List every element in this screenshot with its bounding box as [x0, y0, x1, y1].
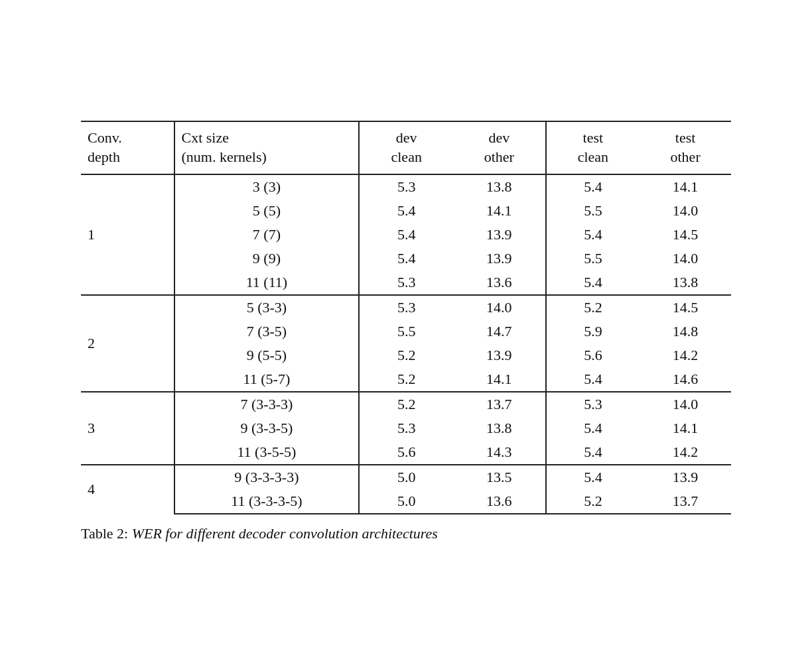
- cell-test-other: 14.8: [640, 320, 731, 343]
- cell-conv-depth: 1: [81, 174, 174, 295]
- cell-test-clean: 5.9: [546, 320, 640, 343]
- cell-dev-other: 13.6: [453, 489, 546, 514]
- cell-test-clean: 5.3: [546, 392, 640, 416]
- cell-cxt-size: 5 (3-3): [174, 295, 360, 320]
- cell-dev-clean: 5.2: [359, 367, 453, 392]
- cell-cxt-size: 9 (5-5): [174, 343, 360, 367]
- cell-test-clean: 5.4: [546, 440, 640, 465]
- cell-cxt-size: 11 (3-5-5): [174, 440, 360, 465]
- cell-dev-other: 13.9: [453, 223, 546, 247]
- cell-conv-depth: 3: [81, 392, 174, 465]
- results-table: Conv.depth Cxt size(num. kernels) devcle…: [81, 121, 731, 514]
- header-dev-clean: devclean: [359, 121, 453, 174]
- cell-cxt-size: 9 (3-3-3-3): [174, 465, 360, 489]
- cell-dev-other: 14.1: [453, 367, 546, 392]
- cell-test-other: 14.0: [640, 199, 731, 223]
- cell-dev-other: 14.7: [453, 320, 546, 343]
- cell-dev-clean: 5.6: [359, 440, 453, 465]
- cell-test-other: 14.6: [640, 367, 731, 392]
- cell-dev-other: 13.6: [453, 271, 546, 295]
- caption-text: WER for different decoder convolution ar…: [132, 525, 438, 542]
- cell-dev-other: 13.9: [453, 247, 546, 271]
- cell-cxt-size: 11 (3-3-3-5): [174, 489, 360, 514]
- cell-test-other: 13.7: [640, 489, 731, 514]
- cell-test-clean: 5.5: [546, 247, 640, 271]
- cell-dev-other: 13.9: [453, 343, 546, 367]
- cell-dev-clean: 5.4: [359, 247, 453, 271]
- cell-conv-depth: 4: [81, 465, 174, 514]
- cell-dev-other: 13.8: [453, 174, 546, 199]
- cell-dev-clean: 5.0: [359, 489, 453, 514]
- cell-cxt-size: 3 (3): [174, 174, 360, 199]
- cell-cxt-size: 7 (3-5): [174, 320, 360, 343]
- cell-test-clean: 5.4: [546, 223, 640, 247]
- cell-dev-clean: 5.4: [359, 199, 453, 223]
- cell-test-other: 14.0: [640, 247, 731, 271]
- cell-test-other: 14.5: [640, 295, 731, 320]
- cell-dev-clean: 5.5: [359, 320, 453, 343]
- cell-dev-clean: 5.3: [359, 416, 453, 440]
- cell-test-clean: 5.2: [546, 489, 640, 514]
- cell-cxt-size: 11 (11): [174, 271, 360, 295]
- cell-dev-clean: 5.2: [359, 343, 453, 367]
- cell-test-other: 14.5: [640, 223, 731, 247]
- cell-cxt-size: 7 (3-3-3): [174, 392, 360, 416]
- cell-dev-other: 14.1: [453, 199, 546, 223]
- cell-dev-clean: 5.0: [359, 465, 453, 489]
- cell-test-clean: 5.4: [546, 367, 640, 392]
- cell-test-clean: 5.5: [546, 199, 640, 223]
- cell-dev-other: 14.0: [453, 295, 546, 320]
- cell-dev-other: 14.3: [453, 440, 546, 465]
- table-caption: Table 2: WER for different decoder convo…: [81, 525, 731, 542]
- table-container: Conv.depth Cxt size(num. kernels) devcle…: [41, 94, 771, 568]
- cell-dev-clean: 5.2: [359, 392, 453, 416]
- cell-test-clean: 5.4: [546, 174, 640, 199]
- cell-dev-clean: 5.3: [359, 271, 453, 295]
- cell-cxt-size: 7 (7): [174, 223, 360, 247]
- cell-test-clean: 5.6: [546, 343, 640, 367]
- cell-test-clean: 5.4: [546, 416, 640, 440]
- cell-test-clean: 5.4: [546, 465, 640, 489]
- cell-test-other: 14.0: [640, 392, 731, 416]
- header-test-clean: testclean: [546, 121, 640, 174]
- cell-dev-other: 13.8: [453, 416, 546, 440]
- cell-test-other: 14.1: [640, 174, 731, 199]
- cell-test-other: 14.2: [640, 343, 731, 367]
- header-test-other: testother: [640, 121, 731, 174]
- header-dev-other: devother: [453, 121, 546, 174]
- header-cxt-size: Cxt size(num. kernels): [174, 121, 360, 174]
- cell-cxt-size: 11 (5-7): [174, 367, 360, 392]
- cell-test-other: 14.1: [640, 416, 731, 440]
- cell-cxt-size: 5 (5): [174, 199, 360, 223]
- cell-dev-other: 13.5: [453, 465, 546, 489]
- cell-cxt-size: 9 (9): [174, 247, 360, 271]
- cell-dev-clean: 5.3: [359, 174, 453, 199]
- cell-dev-clean: 5.3: [359, 295, 453, 320]
- cell-conv-depth: 2: [81, 295, 174, 392]
- cell-test-other: 14.2: [640, 440, 731, 465]
- cell-cxt-size: 9 (3-3-5): [174, 416, 360, 440]
- cell-test-other: 13.9: [640, 465, 731, 489]
- cell-test-other: 13.8: [640, 271, 731, 295]
- cell-test-clean: 5.2: [546, 295, 640, 320]
- cell-dev-other: 13.7: [453, 392, 546, 416]
- cell-dev-clean: 5.4: [359, 223, 453, 247]
- cell-test-clean: 5.4: [546, 271, 640, 295]
- header-conv-depth: Conv.depth: [81, 121, 174, 174]
- caption-label: Table 2:: [81, 525, 128, 542]
